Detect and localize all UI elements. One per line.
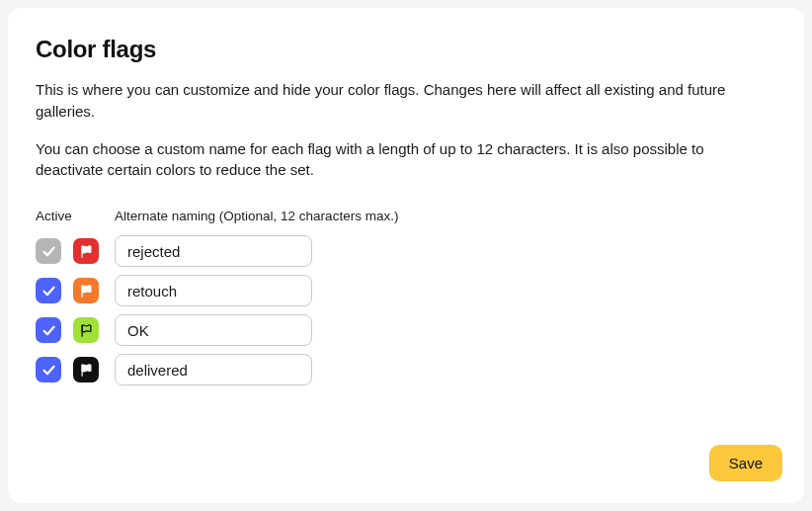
flag-name-input-red[interactable] (115, 235, 312, 267)
flag-name-input-orange[interactable] (115, 275, 312, 306)
page-title: Color flags (36, 36, 776, 63)
active-checkbox-red[interactable] (36, 238, 61, 264)
flag-row (36, 314, 776, 346)
flag-name-input-green[interactable] (115, 314, 312, 346)
flag-rows (36, 235, 776, 385)
active-checkbox-orange[interactable] (36, 278, 61, 303)
footer: Save (709, 445, 782, 481)
description-1: This is where you can customize and hide… (36, 79, 767, 123)
header-active: Active (36, 209, 115, 223)
flag-name-input-black[interactable] (115, 354, 312, 385)
flag-icon-black (73, 357, 99, 383)
table-headers: Active Alternate naming (Optional, 12 ch… (36, 209, 776, 223)
active-checkbox-black[interactable] (36, 357, 61, 383)
save-button[interactable]: Save (709, 445, 782, 481)
flag-row (36, 275, 776, 306)
description-2: You can choose a custom name for each fl… (36, 138, 767, 182)
flag-row (36, 354, 776, 385)
flag-icon-orange (73, 278, 99, 303)
flag-icon-red (73, 238, 99, 264)
color-flags-card: Color flags This is where you can custom… (8, 8, 804, 503)
flag-icon-green (73, 317, 99, 343)
active-checkbox-green[interactable] (36, 317, 61, 343)
header-alternate: Alternate naming (Optional, 12 character… (115, 209, 776, 223)
flag-row (36, 235, 776, 267)
